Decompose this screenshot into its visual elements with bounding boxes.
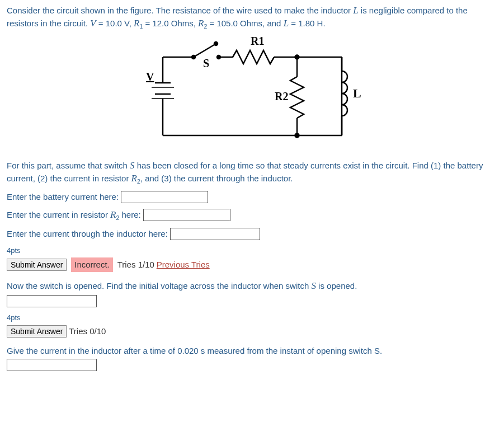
battery-current-input[interactable] bbox=[121, 191, 208, 203]
part3-instruction: Give the current in the inductor after a… bbox=[7, 345, 497, 357]
part3-input[interactable] bbox=[7, 359, 97, 371]
q2-label-pre: Enter the current in resistor bbox=[7, 210, 110, 219]
submit-answer-button-1[interactable]: Submit Answer bbox=[7, 259, 67, 271]
label-s: S bbox=[203, 57, 209, 69]
tries-2: Tries 0/10 bbox=[69, 326, 106, 336]
q2-label-post: here: bbox=[119, 210, 140, 219]
initial-voltage-input[interactable] bbox=[7, 295, 97, 307]
r2-current-input[interactable] bbox=[143, 209, 230, 221]
label-r1: R1 bbox=[251, 35, 264, 47]
label-l: L bbox=[353, 86, 361, 100]
inductor-current-input[interactable] bbox=[170, 228, 260, 240]
tries-1: Tries 1/10 bbox=[117, 260, 154, 269]
q1-label: Enter the battery current here: bbox=[7, 192, 119, 202]
label-v: V bbox=[146, 71, 154, 83]
svg-point-15 bbox=[295, 134, 299, 138]
problem-intro: Consider the circuit shown in the figure… bbox=[7, 4, 497, 30]
previous-tries-link[interactable]: Previous Tries bbox=[157, 260, 210, 269]
submit-answer-button-2[interactable]: Submit Answer bbox=[7, 325, 67, 338]
part2-points: 4pts bbox=[7, 313, 497, 323]
circuit-diagram: R1 R2 L V S bbox=[7, 35, 497, 149]
svg-point-7 bbox=[214, 42, 218, 45]
svg-line-6 bbox=[194, 45, 214, 57]
part1-points: 4pts bbox=[7, 246, 497, 256]
incorrect-badge: Incorrect. bbox=[71, 257, 113, 272]
part1-instruction: For this part, assume that switch S has … bbox=[7, 160, 497, 185]
label-r2: R2 bbox=[275, 90, 288, 102]
part2-instruction: Now the switch is opened. Find the initi… bbox=[7, 280, 497, 293]
q3-label: Enter the current through the inductor h… bbox=[7, 229, 168, 238]
